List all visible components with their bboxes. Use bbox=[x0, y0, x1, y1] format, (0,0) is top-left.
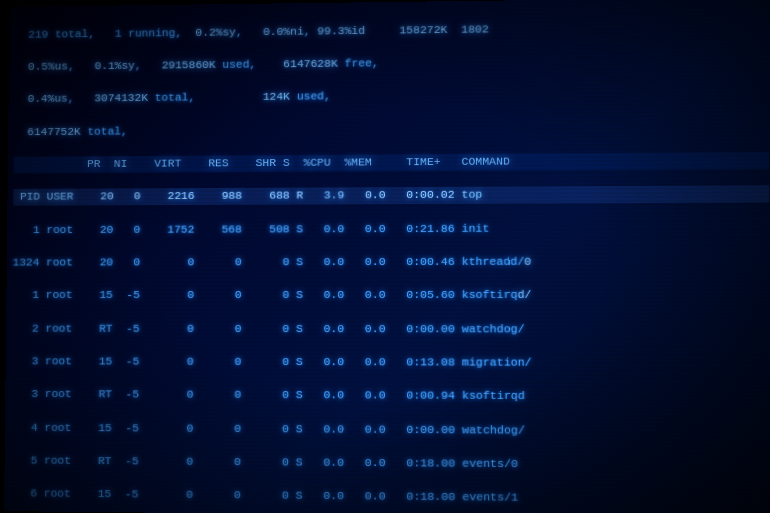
line-2: 0.5%us, 0.1%sy, 2915860K used, 6147628K … bbox=[15, 51, 768, 75]
process-row-top: PID USER 20 0 2216 988 688 R 3.9 0.0 0:0… bbox=[13, 186, 769, 206]
terminal-content: 219 total, 1 running, 0.2%sy, 0.0%ni, 99… bbox=[4, 0, 770, 513]
line-1: 219 total, 1 running, 0.2%sy, 0.0%ni, 99… bbox=[15, 18, 767, 43]
process-row-4: 2 root RT -5 0 0 0 S 0.0 0.0 0:00.00 wat… bbox=[12, 320, 770, 338]
process-row-5: 3 root 15 -5 0 0 0 S 0.0 0.0 0:13.08 mig… bbox=[11, 353, 770, 372]
process-row-7: 4 root 15 -5 0 0 0 S 0.0 0.0 0:00.00 wat… bbox=[11, 419, 770, 440]
process-row-9: 6 root 15 -5 0 0 0 S 0.0 0.0 0:18.00 eve… bbox=[10, 486, 770, 510]
process-row-1: 1 root 20 0 1752 568 508 S 0.0 0.0 0:21.… bbox=[13, 219, 770, 238]
terminal-screen: 219 total, 1 running, 0.2%sy, 0.0%ni, 99… bbox=[4, 0, 770, 513]
process-row-8: 5 root RT -5 0 0 0 S 0.0 0.0 0:18.00 eve… bbox=[10, 453, 770, 475]
process-row-3: 1 root 15 -5 0 0 0 S 0.0 0.0 0:05.60 kso… bbox=[12, 287, 770, 304]
line-3: 0.4%us, 3074132K total, 124K used, bbox=[14, 85, 768, 108]
process-row-6: 3 root RT -5 0 0 0 S 0.0 0.0 0:00.94 kso… bbox=[11, 386, 770, 406]
line-4: 6147752K total, bbox=[14, 118, 769, 140]
column-header: PR NI VIRT RES SHR S %CPU %MEM TIME+ COM… bbox=[14, 152, 769, 173]
process-row-2: 1324 root 20 0 0 0 0 S 0.0 0.0 0:00.46 k… bbox=[13, 253, 770, 271]
